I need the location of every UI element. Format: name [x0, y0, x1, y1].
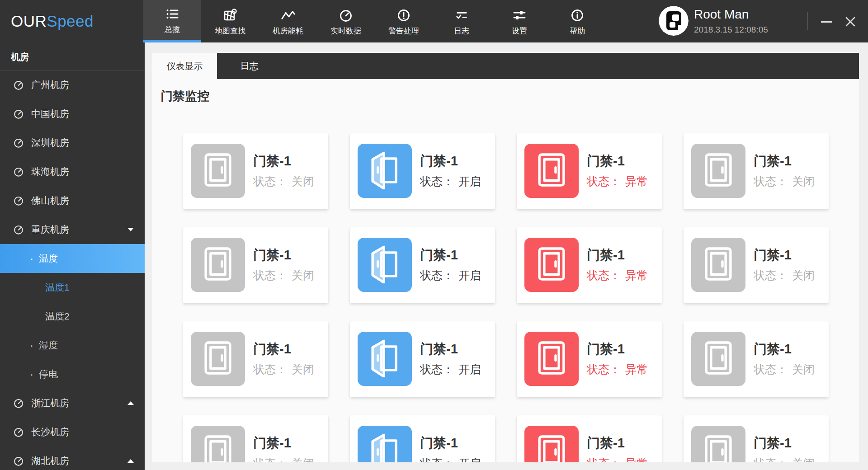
minimize-icon [821, 21, 832, 23]
door-open-icon [365, 150, 404, 191]
status-label: 状态： [253, 269, 287, 282]
sidebar: 机房 广州机房中国机房深圳机房珠海机房佛山机房重庆机房·温度温度1温度2·湿度·… [0, 42, 145, 470]
tab-content: 门禁监控 门禁-1状态：关闭门禁-1状态：开启门禁-1状态：异常门禁-1状态：关… [152, 79, 859, 462]
door-card-9[interactable]: 门禁-1状态：关闭 [183, 321, 328, 397]
door-closed-icon [198, 150, 237, 191]
door-open-icon [365, 432, 404, 462]
nav-item-label: 实时数据 [330, 26, 361, 36]
sidebar-item-5[interactable]: 佛山机房 [0, 186, 145, 215]
status-label: 状态： [587, 363, 621, 376]
door-card-11[interactable]: 门禁-1状态：异常 [517, 321, 662, 397]
bullet-icon: · [30, 253, 33, 264]
door-card-8[interactable]: 门禁-1状态：关闭 [684, 227, 829, 303]
status-value: 异常 [625, 175, 648, 188]
card-title: 门禁-1 [754, 152, 792, 170]
sidebar-item-9[interactable]: 温度2 [0, 302, 145, 331]
card-title: 门禁-1 [754, 340, 792, 358]
room-gauge-icon [13, 224, 24, 235]
door-closed-icon [198, 338, 237, 379]
sidebar-item-label: 浙江机房 [31, 397, 69, 409]
status-value: 异常 [625, 457, 648, 462]
log-icon [454, 8, 469, 23]
sidebar-item-label: 温度2 [45, 310, 70, 323]
card-title: 门禁-1 [420, 434, 458, 452]
door-card-1[interactable]: 门禁-1状态：关闭 [183, 133, 328, 209]
status-label: 状态： [587, 269, 621, 282]
door-card-16[interactable]: 门禁-1状态：关闭 [684, 415, 829, 462]
status-label: 状态： [253, 175, 287, 188]
sidebar-item-7[interactable]: ·温度 [0, 244, 145, 273]
card-status: 状态：关闭 [754, 174, 815, 189]
sidebar-item-6[interactable]: 重庆机房 [0, 215, 145, 244]
door-tile-error [524, 238, 579, 292]
chevron-down-icon[interactable] [127, 228, 134, 231]
nav-item-8[interactable]: 帮助 [548, 0, 606, 42]
door-card-14[interactable]: 门禁-1状态：开启 [350, 415, 495, 462]
sidebar-item-4[interactable]: 珠海机房 [0, 157, 145, 186]
chevron-up-icon[interactable] [127, 459, 134, 463]
status-label: 状态： [420, 269, 454, 282]
card-status: 状态：关闭 [253, 456, 314, 462]
door-card-5[interactable]: 门禁-1状态：关闭 [183, 227, 328, 303]
sidebar-item-label: 佛山机房 [31, 194, 69, 207]
door-card-2[interactable]: 门禁-1状态：开启 [350, 133, 495, 209]
sidebar-item-14[interactable]: 湖北机房 [0, 446, 145, 470]
nav-item-4[interactable]: 实时数据 [317, 0, 375, 42]
tab-1[interactable]: 仪表显示 [152, 53, 217, 79]
door-card-10[interactable]: 门禁-1状态：开启 [350, 321, 495, 397]
sidebar-item-3[interactable]: 深圳机房 [0, 128, 145, 157]
door-closed-icon [532, 432, 571, 462]
card-status: 状态：关闭 [253, 174, 314, 189]
door-card-3[interactable]: 门禁-1状态：异常 [517, 133, 662, 209]
card-status: 状态：开启 [420, 268, 481, 283]
window-controls-divider [807, 12, 808, 30]
nav-item-7[interactable]: 设置 [491, 0, 548, 42]
card-title: 门禁-1 [253, 434, 291, 452]
door-card-4[interactable]: 门禁-1状态：关闭 [684, 133, 829, 209]
sidebar-item-label: 停电 [39, 368, 58, 381]
door-card-12[interactable]: 门禁-1状态：关闭 [684, 321, 829, 397]
tab-2[interactable]: 日志 [217, 53, 282, 79]
door-tile-closed [691, 426, 745, 462]
door-closed-icon [532, 150, 571, 191]
nav-item-2[interactable]: 地图查找 [201, 0, 259, 42]
sidebar-item-10[interactable]: ·湿度 [0, 331, 145, 360]
card-title: 门禁-1 [587, 434, 625, 452]
card-status: 状态：异常 [587, 174, 648, 189]
app-logo: OURSpeed [11, 0, 94, 42]
nav-item-1[interactable]: 总揽 [143, 0, 201, 42]
room-gauge-icon [13, 166, 24, 178]
sidebar-item-11[interactable]: ·停电 [0, 360, 145, 389]
nav-item-6[interactable]: 日志 [433, 0, 491, 42]
nav-item-label: 总揽 [165, 24, 180, 35]
card-title: 门禁-1 [253, 340, 291, 358]
bullet-icon: · [30, 340, 33, 351]
gauge-icon [338, 8, 354, 23]
nav-item-3[interactable]: 机房能耗 [259, 0, 317, 42]
chevron-up-icon[interactable] [127, 401, 134, 405]
door-tile-closed [191, 332, 245, 386]
status-value: 关闭 [292, 269, 314, 282]
nav-item-label: 警告处理 [388, 26, 419, 36]
door-card-6[interactable]: 门禁-1状态：开启 [350, 227, 495, 303]
topbar: OURSpeed 总揽地图查找机房能耗实时数据警告处理日志设置帮助 Root M… [0, 0, 868, 42]
door-card-15[interactable]: 门禁-1状态：异常 [517, 415, 662, 462]
door-card-7[interactable]: 门禁-1状态：异常 [517, 227, 662, 303]
door-tile-error [524, 426, 579, 462]
sidebar-item-12[interactable]: 浙江机房 [0, 389, 145, 418]
sidebar-item-2[interactable]: 中国机房 [0, 99, 145, 128]
close-button[interactable] [842, 14, 859, 30]
page-title: 门禁监控 [160, 88, 209, 104]
sidebar-item-1[interactable]: 广州机房 [0, 70, 145, 99]
door-closed-icon [532, 338, 571, 379]
user-name: Root Man [694, 7, 749, 22]
door-tile-closed [691, 144, 745, 198]
avatar[interactable] [659, 6, 689, 36]
nav-item-5[interactable]: 警告处理 [375, 0, 433, 42]
room-gauge-icon [13, 426, 24, 438]
minimize-button[interactable] [818, 14, 835, 30]
card-status: 状态：开启 [420, 456, 481, 462]
sidebar-item-13[interactable]: 长沙机房 [0, 418, 145, 446]
door-card-13[interactable]: 门禁-1状态：关闭 [183, 415, 328, 462]
sidebar-item-8[interactable]: 温度1 [0, 273, 145, 302]
